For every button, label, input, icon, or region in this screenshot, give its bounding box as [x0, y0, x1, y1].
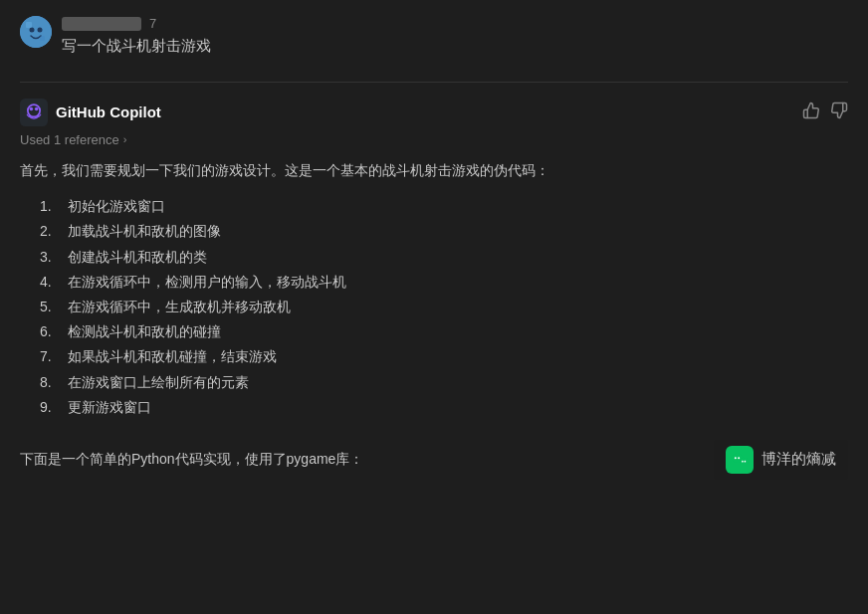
list-item: 9.更新游戏窗口 [40, 395, 848, 420]
svg-rect-5 [20, 99, 48, 126]
list-item: 1.初始化游戏窗口 [40, 194, 848, 219]
copilot-header: GitHub Copilot [20, 99, 848, 126]
svg-point-2 [38, 28, 43, 33]
svg-point-10 [735, 457, 737, 459]
section-divider [20, 82, 848, 83]
reference-row[interactable]: Used 1 reference › [20, 132, 848, 147]
list-item: 8.在游戏窗口上绘制所有的元素 [40, 370, 848, 395]
copilot-logo-icon [20, 99, 48, 126]
reference-label: Used 1 reference [20, 132, 119, 147]
copilot-title-row: GitHub Copilot [20, 99, 161, 126]
svg-point-7 [30, 106, 34, 110]
wechat-account-name: 博洋的熵减 [761, 450, 836, 469]
svg-point-0 [20, 16, 52, 48]
copilot-actions [802, 102, 848, 123]
response-list: 1.初始化游戏窗口 2.加载战斗机和敌机的图像 3.创建战斗机和敌机的类 4.在… [20, 194, 848, 420]
copilot-name: GitHub Copilot [56, 103, 161, 120]
user-question: 写一个战斗机射击游戏 [62, 35, 211, 58]
copilot-message: GitHub Copilot [20, 99, 848, 480]
list-item: 2.加载战斗机和敌机的图像 [40, 219, 848, 244]
avatar-icon [20, 16, 52, 48]
wechat-watermark: 博洋的熵减 [714, 440, 848, 480]
list-item: 4.在游戏循环中，检测用户的输入，移动战斗机 [40, 270, 848, 295]
footer-row: 下面是一个简单的Python代码实现，使用了pygame库： 博洋的熵减 [20, 440, 848, 480]
user-message: 7 写一个战斗机射击游戏 [20, 16, 848, 58]
svg-point-8 [35, 106, 39, 110]
list-item: 3.创建战斗机和敌机的类 [40, 245, 848, 270]
chat-container: 7 写一个战斗机射击游戏 GitHub Copilot [0, 0, 868, 614]
thumbs-down-icon[interactable] [830, 102, 848, 123]
list-item: 6.检测战斗机和敌机的碰撞 [40, 319, 848, 344]
wechat-icon [726, 446, 754, 474]
chevron-right-icon: › [123, 133, 127, 145]
list-item: 7.如果战斗机和敌机碰撞，结束游戏 [40, 344, 848, 369]
svg-point-11 [738, 457, 740, 459]
list-item: 5.在游戏循环中，生成敌机并移动敌机 [40, 295, 848, 319]
thumbs-up-icon[interactable] [802, 102, 820, 123]
username-blurred [62, 17, 141, 31]
svg-point-13 [742, 461, 744, 463]
svg-point-1 [30, 28, 35, 33]
svg-point-14 [745, 461, 747, 463]
user-message-header: 7 [62, 16, 211, 31]
user-avatar [20, 16, 52, 48]
avatar-inner [20, 16, 52, 48]
username-suffix: 7 [149, 16, 156, 31]
wechat-logo-icon [730, 450, 750, 470]
svg-rect-3 [26, 22, 32, 28]
intro-text: 首先，我们需要规划一下我们的游戏设计。这是一个基本的战斗机射击游戏的伪代码： [20, 159, 848, 183]
footer-text: 下面是一个简单的Python代码实现，使用了pygame库： [20, 448, 363, 472]
svg-rect-4 [40, 36, 45, 41]
svg-point-12 [740, 458, 748, 465]
user-message-body: 7 写一个战斗机射击游戏 [62, 16, 211, 58]
